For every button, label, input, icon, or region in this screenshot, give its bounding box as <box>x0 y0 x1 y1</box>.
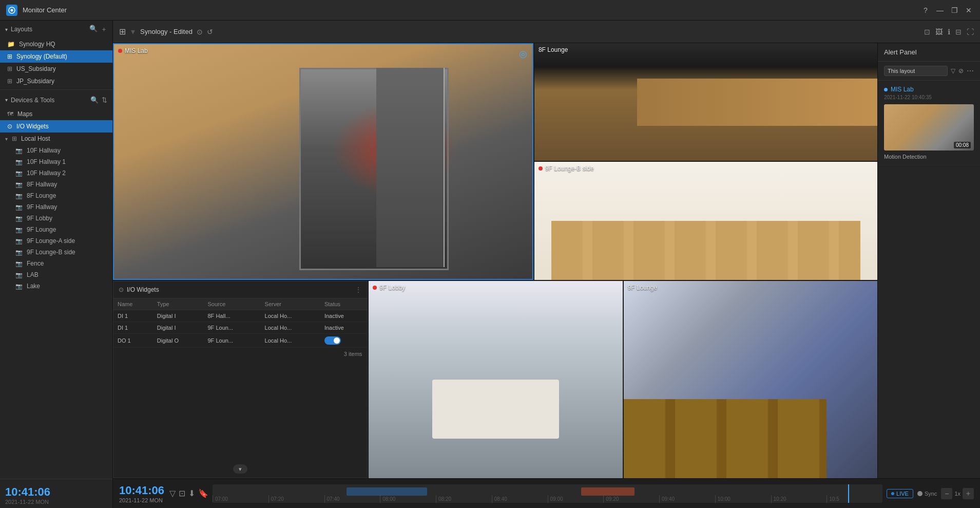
sidebar-item-synology-hq[interactable]: 📁 Synology HQ <box>0 38 112 50</box>
io-row-0-status: Inactive <box>320 310 367 322</box>
sidebar-cam-9f-lobby[interactable]: 📷 9F Lobby <box>0 213 112 224</box>
video-cell-9f-lounge[interactable]: 9F Lounge <box>624 281 877 478</box>
video-cell-9f-lobby[interactable]: 9F Lobby <box>369 281 622 478</box>
layouts-add-icon[interactable]: ＋ <box>101 25 107 34</box>
bottom-video-row: ⊙ I/O Widgets ⋮ Name Type Source Server <box>113 281 877 478</box>
layouts-search-icon[interactable]: 🔍 <box>89 25 98 34</box>
time-display: 10:41:06 <box>119 484 165 497</box>
undo-icon[interactable]: ↺ <box>207 28 213 36</box>
mis-lab-status-dot <box>118 49 122 53</box>
alert-filter-funnel-icon[interactable]: ⊘ <box>958 67 964 74</box>
tick-720: 07:20 <box>268 495 324 503</box>
io-menu-icon[interactable]: ⋮ <box>355 286 362 294</box>
sidebar-cam-9f-lounge[interactable]: 📷 9F Lounge <box>0 224 112 235</box>
sidebar-date: 2021-11-22 MON <box>5 499 107 505</box>
tick-1000: 10:00 <box>715 495 771 503</box>
grid-icon-3: ⊞ <box>7 78 12 85</box>
tick-840: 08:40 <box>492 495 548 503</box>
sync-radio <box>917 491 923 496</box>
devices-section-header[interactable]: ▾ Devices & Tools 🔍 ⇅ <box>0 92 112 108</box>
sync-button[interactable]: Sync <box>917 491 937 497</box>
alert-more-icon[interactable]: ⋯ <box>967 67 974 75</box>
col-type: Type <box>153 298 204 310</box>
tl-layout-icon[interactable]: ⊡ <box>179 488 185 498</box>
alert-item-name[interactable]: MIS Lab <box>884 86 974 93</box>
layouts-section-header[interactable]: ▾ Layouts 🔍 ＋ <box>0 21 112 38</box>
io-footer: 3 items <box>113 348 367 360</box>
tl-filter-icon[interactable]: ▽ <box>169 488 176 498</box>
camera-icon: 📷 <box>15 147 23 154</box>
tl-download-icon[interactable]: ⬇ <box>188 488 195 498</box>
sidebar-cam-10f-hallway-2[interactable]: 📷 10F Hallway 2 <box>0 167 112 179</box>
9f-lobby-feed <box>369 281 622 478</box>
live-badge: LIVE <box>887 489 913 498</box>
info-icon[interactable]: ℹ <box>948 28 950 36</box>
sidebar-cam-9f-lounge-a[interactable]: 📷 9F Lounge-A side <box>0 235 112 247</box>
sidebar-cam-10f-hallway-1[interactable]: 📷 10F Hallway 1 <box>0 156 112 167</box>
alert-filter-row: This layout ▽ ⊘ ⋯ <box>878 62 980 81</box>
io-row-2[interactable]: DO 1 Digital O 9F Loun... Local Ho... <box>113 333 367 347</box>
sidebar-cam-9f-hallway[interactable]: 📷 9F Hallway <box>0 201 112 213</box>
io-row-2-name: DO 1 <box>113 333 153 347</box>
io-row-2-toggle[interactable] <box>320 333 367 347</box>
maximize-button[interactable]: ❐ <box>949 5 959 15</box>
sidebar-time: 10:41:06 <box>5 485 107 499</box>
top-video-row: MIS Lab ◎ 8F Lounge <box>113 43 877 280</box>
io-row-0-name: DI 1 <box>113 310 153 322</box>
tick-1040: 10:5 <box>827 495 882 503</box>
sidebar-cam-fence[interactable]: 📷 Fence <box>0 258 112 269</box>
sidebar-cam-8f-lounge[interactable]: 📷 8F Lounge <box>0 190 112 201</box>
io-row-1[interactable]: DI 1 Digital I 9F Loun... Local Ho... In… <box>113 322 367 333</box>
sidebar-cam-lake[interactable]: 📷 Lake <box>0 280 112 292</box>
scroll-down-button[interactable]: ▾ <box>233 464 247 474</box>
io-row-0[interactable]: DI 1 Digital I 8F Hall... Local Ho... In… <box>113 310 367 322</box>
sidebar-item-local-host[interactable]: ▾ ⊞ Local Host <box>0 133 112 145</box>
video-cell-8f-lounge[interactable]: 8F Lounge <box>534 43 877 161</box>
sidebar-item-synology-default[interactable]: ⊞ Synology (Default) <box>0 50 112 63</box>
status-icon[interactable]: ⊙ <box>197 28 203 36</box>
sidebar-cam-8f-hallway[interactable]: 📷 8F Hallway <box>0 179 112 190</box>
alert-blue-dot <box>884 88 888 91</box>
sidebar-item-us-subsidiary[interactable]: ⊞ US_Subsidary <box>0 63 112 75</box>
do1-toggle[interactable] <box>324 336 341 345</box>
fullscreen-icon[interactable]: ⛶ <box>967 28 974 36</box>
camera-icon: 📷 <box>15 227 23 233</box>
speed-decrease-button[interactable]: − <box>941 488 952 499</box>
window-controls: ? — ❐ ✕ <box>920 5 974 15</box>
io-row-0-server: Local Ho... <box>261 310 320 322</box>
grid-icon: ⊞ <box>7 53 12 60</box>
video-cell-mis-lab[interactable]: MIS Lab ◎ <box>113 43 533 280</box>
toolbar-sep: ▾ <box>131 27 135 36</box>
panel-icon[interactable]: ⊟ <box>955 28 962 36</box>
camera-icon: 📷 <box>15 159 23 165</box>
tl-bookmark-icon[interactable]: 🔖 <box>198 488 208 498</box>
io-icon: ⊙ <box>7 123 12 130</box>
red-glow-overlay <box>332 103 457 197</box>
sidebar-cam-10f-hallway[interactable]: 📷 10F Hallway <box>0 145 112 156</box>
camera-icon: 📷 <box>15 272 23 278</box>
devices-search-icon[interactable]: 🔍 <box>90 96 99 104</box>
sidebar-cam-lab[interactable]: 📷 LAB <box>0 269 112 280</box>
9f-lounge-b-label: 9F Lounge-B side <box>539 165 594 172</box>
screenshot-icon[interactable]: 🖼 <box>935 28 943 36</box>
alert-filter-select[interactable]: This layout <box>884 66 948 76</box>
layout-select-icon[interactable]: ⊡ <box>924 28 930 36</box>
minimize-button[interactable]: — <box>935 5 945 15</box>
alert-filter-icon[interactable]: ▽ <box>951 67 955 74</box>
camera-icon: 📷 <box>15 181 23 188</box>
close-button[interactable]: ✕ <box>964 5 974 15</box>
sidebar-cam-9f-lounge-b[interactable]: 📷 9F Lounge-B side <box>0 247 112 258</box>
timeline-playhead <box>848 484 849 503</box>
sidebar-item-jp-subsidiary[interactable]: ⊞ JP_Subsidary <box>0 75 112 87</box>
content-area: ⊞ ▾ Synology - Edited ⊙ ↺ ⊡ 🖼 ℹ ⊟ ⛶ <box>113 21 980 508</box>
sidebar-item-maps[interactable]: 🗺 Maps <box>0 108 112 120</box>
svg-point-1 <box>11 9 13 11</box>
alert-thumbnail[interactable]: 00:08 <box>884 104 974 150</box>
devices-sort-icon[interactable]: ⇅ <box>102 96 107 104</box>
speed-increase-button[interactable]: ＋ <box>963 488 974 499</box>
sidebar-item-io-widgets[interactable]: ⊙ I/O Widgets <box>0 120 112 133</box>
help-button[interactable]: ? <box>920 5 931 15</box>
col-server: Server <box>261 298 320 310</box>
video-cell-9f-lounge-b[interactable]: 9F Lounge-B side <box>534 162 877 279</box>
timeline-track[interactable]: 07:00 07:20 07:40 08:00 08:20 08:40 09:0… <box>213 484 882 503</box>
